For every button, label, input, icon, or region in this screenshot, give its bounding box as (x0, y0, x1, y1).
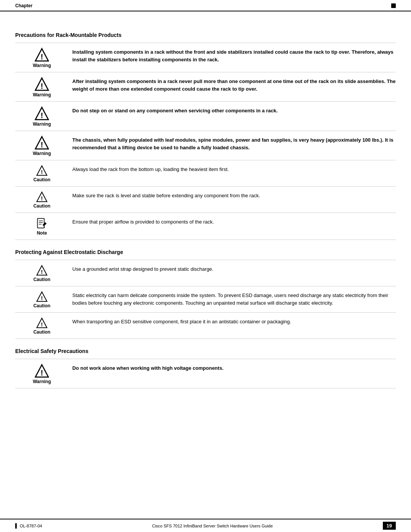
svg-text:!: ! (41, 268, 43, 275)
notice-row-esd-2: ! CautionWhen transporting an ESD sensit… (15, 313, 396, 339)
notice-icon-col-rack-mountable-3: ! Warning (15, 135, 68, 156)
notice-label-rack-mountable-0: Warning (33, 63, 51, 68)
notice-text-rack-mountable-6: Ensure that proper airflow is provided t… (68, 217, 396, 226)
svg-text:!: ! (41, 169, 43, 175)
notice-icon-col-rack-mountable-5: ! Caution (15, 190, 68, 209)
section-heading-electrical-safety: Electrical Safety Precautions (15, 348, 396, 354)
notice-row-rack-mountable-5: ! CautionMake sure the rack is level and… (15, 187, 396, 213)
warning-icon: ! (35, 77, 49, 91)
svg-text:!: ! (41, 321, 43, 328)
svg-text:!: ! (41, 81, 43, 90)
notice-icon-col-rack-mountable-6: Note (15, 217, 68, 236)
section-heading-rack-mountable: Precautions for Rack-Mountable Products (15, 32, 396, 38)
notice-text-rack-mountable-0: Installing system components in a rack w… (68, 47, 396, 63)
notice-text-rack-mountable-4: Always load the rack from the bottom up,… (68, 164, 396, 173)
svg-text:!: ! (41, 295, 43, 301)
svg-text:!: ! (41, 52, 43, 61)
notice-label-esd-1: Caution (33, 303, 51, 308)
notice-text-esd-2: When transporting an ESD sensitive compo… (68, 316, 396, 326)
svg-rect-12 (37, 219, 44, 228)
notice-label-rack-mountable-1: Warning (33, 92, 51, 97)
caution-icon: ! (36, 165, 48, 176)
page-header: Chapter (0, 0, 411, 11)
notice-row-rack-mountable-4: ! CautionAlways load the rack from the b… (15, 160, 396, 187)
note-icon (36, 217, 48, 230)
notice-label-electrical-safety-0: Warning (33, 379, 51, 384)
notice-icon-col-electrical-safety-0: ! Warning (15, 363, 68, 384)
notice-icon-col-esd-1: ! Caution (15, 290, 68, 308)
caution-icon: ! (36, 317, 48, 329)
notice-icon-col-esd-2: ! Caution (15, 316, 68, 335)
notice-row-electrical-safety-0: ! WarningDo not work alone when working … (15, 359, 396, 388)
footer-guide-title: Cisco SFS 7012 InfiniBand Server Switch … (42, 524, 383, 528)
notice-text-rack-mountable-5: Make sure the rack is level and stable b… (68, 190, 396, 200)
notice-text-esd-1: Static electricity can harm delicate com… (68, 290, 396, 307)
caution-icon: ! (36, 291, 48, 302)
header-corner-block (391, 3, 396, 8)
notice-icon-col-rack-mountable-0: ! Warning (15, 47, 68, 68)
warning-icon: ! (35, 136, 49, 150)
page-wrapper: Chapter Precautions for Rack-Mountable P… (0, 0, 411, 532)
svg-text:!: ! (41, 140, 43, 149)
warning-icon: ! (35, 364, 49, 378)
footer-bar (15, 523, 17, 529)
footer-page-number: 19 (383, 522, 396, 530)
notice-row-rack-mountable-3: ! WarningThe chassis, when fully populat… (15, 131, 396, 160)
page-content: Precautions for Rack-Mountable Products … (0, 11, 411, 411)
notice-label-esd-0: Caution (33, 277, 51, 282)
notice-icon-col-esd-0: ! Caution (15, 264, 68, 282)
page-footer: OL-8787-04 Cisco SFS 7012 InfiniBand Ser… (0, 519, 411, 532)
notice-label-rack-mountable-4: Caution (33, 177, 51, 182)
svg-text:!: ! (41, 368, 43, 377)
svg-text:!: ! (41, 111, 43, 120)
notice-text-esd-0: Use a grounded wrist strap designed to p… (68, 264, 396, 273)
notice-text-rack-mountable-3: The chassis, when fully populated with l… (68, 135, 396, 151)
notice-text-electrical-safety-0: Do not work alone when working with high… (68, 363, 396, 372)
notice-row-esd-0: ! CautionUse a grounded wrist strap desi… (15, 260, 396, 286)
notice-row-rack-mountable-0: ! WarningInstalling system components in… (15, 43, 396, 72)
notice-icon-col-rack-mountable-1: ! Warning (15, 76, 68, 97)
chapter-label: Chapter (15, 3, 32, 8)
notice-label-rack-mountable-6: Note (37, 230, 47, 236)
warning-icon: ! (35, 106, 49, 121)
notice-row-rack-mountable-6: NoteEnsure that proper airflow is provid… (15, 213, 396, 240)
notice-label-rack-mountable-5: Caution (33, 203, 51, 209)
footer-left: OL-8787-04 (15, 523, 42, 529)
warning-icon: ! (35, 48, 49, 62)
notice-row-rack-mountable-2: ! WarningDo not step on or stand on any … (15, 102, 396, 131)
notice-row-esd-1: ! CautionStatic electricity can harm del… (15, 286, 396, 313)
notice-label-rack-mountable-2: Warning (33, 121, 51, 127)
notice-text-rack-mountable-1: After installing system components in a … (68, 76, 396, 93)
svg-text:!: ! (41, 195, 43, 201)
footer-doc-number: OL-8787-04 (20, 524, 42, 528)
notice-label-rack-mountable-3: Warning (33, 151, 51, 156)
caution-icon: ! (36, 191, 48, 203)
caution-icon: ! (36, 265, 48, 276)
notice-row-rack-mountable-1: ! WarningAfter installing system compone… (15, 72, 396, 102)
section-heading-esd: Protecting Against Electrostatic Dischar… (15, 249, 396, 255)
notice-label-esd-2: Caution (33, 329, 51, 335)
notice-icon-col-rack-mountable-2: ! Warning (15, 105, 68, 127)
notice-icon-col-rack-mountable-4: ! Caution (15, 164, 68, 182)
notice-text-rack-mountable-2: Do not step on or stand on any component… (68, 105, 396, 115)
